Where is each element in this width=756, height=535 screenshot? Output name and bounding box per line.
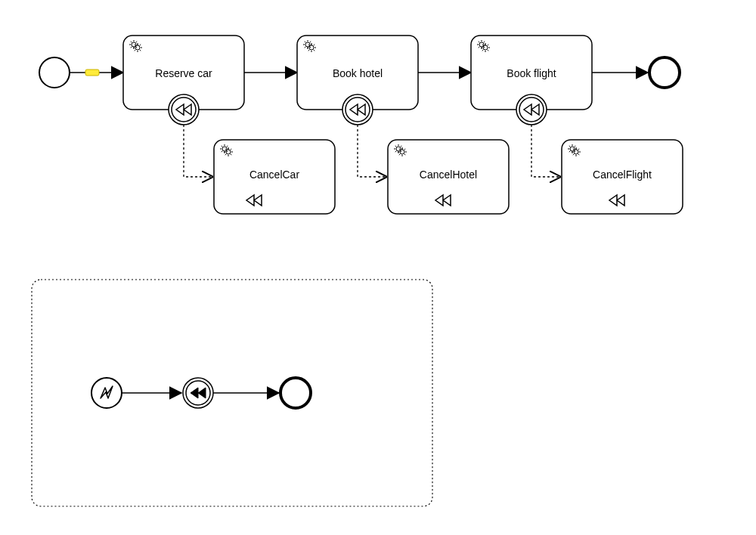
- task-label: CancelFlight: [593, 169, 652, 181]
- task-label: CancelHotel: [420, 169, 477, 181]
- bpmn-diagram: Reserve car Book hotel Book flight: [0, 0, 756, 535]
- end-event[interactable]: [649, 57, 680, 88]
- compensation-association: [358, 125, 386, 177]
- task-cancel-car[interactable]: CancelCar: [214, 140, 335, 214]
- task-cancel-hotel[interactable]: CancelHotel: [388, 140, 509, 214]
- compensation-boundary-event[interactable]: [169, 94, 199, 125]
- task-label: Book hotel: [333, 67, 383, 79]
- task-label: CancelCar: [249, 169, 299, 181]
- compensation-throw-event[interactable]: [183, 378, 213, 408]
- token: [85, 70, 99, 76]
- error-start-event[interactable]: [91, 378, 122, 408]
- task-label: Book flight: [507, 67, 556, 79]
- compensation-association: [531, 125, 560, 177]
- compensation-boundary-event[interactable]: [516, 94, 547, 125]
- task-label: Reserve car: [155, 67, 212, 79]
- start-event[interactable]: [39, 57, 70, 88]
- compensation-boundary-event[interactable]: [342, 94, 373, 125]
- end-event[interactable]: [280, 378, 311, 408]
- compensation-association: [184, 125, 212, 177]
- task-cancel-flight[interactable]: CancelFlight: [562, 140, 683, 214]
